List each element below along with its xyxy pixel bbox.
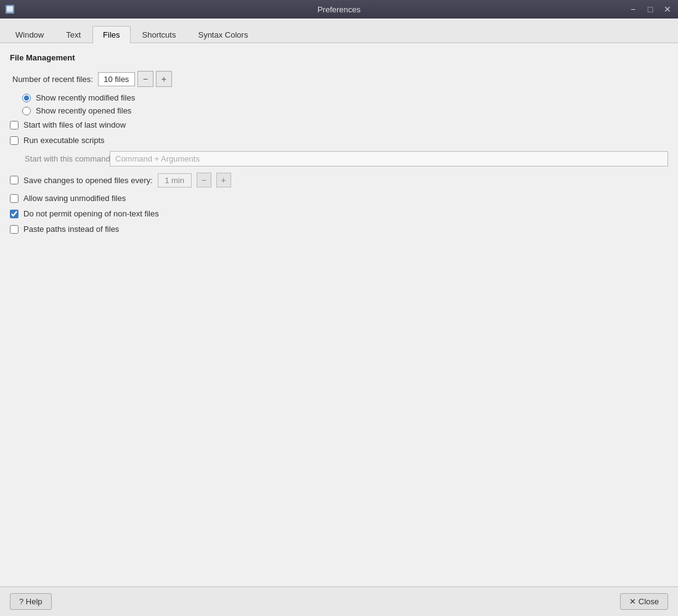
paste-paths-row: Paste paths instead of files: [10, 224, 668, 234]
no-nontext-label[interactable]: Do not permit opening of non-text files: [23, 209, 159, 218]
bottom-bar: ? Help ✕ Close: [0, 586, 678, 616]
run-executable-label[interactable]: Run executable scripts: [23, 136, 105, 145]
radio-show-modified[interactable]: [22, 94, 31, 102]
app-icon: [5, 4, 15, 14]
start-last-window-row: Start with files of last window: [10, 120, 668, 129]
no-nontext-checkbox[interactable]: [10, 210, 18, 218]
recent-files-row: Number of recent files: 10 files − +: [12, 71, 668, 87]
svg-rect-1: [7, 6, 13, 11]
no-nontext-row: Do not permit opening of non-text files: [10, 209, 668, 218]
save-changes-checkbox[interactable]: [10, 176, 18, 184]
titlebar-controls: − □ ✕: [625, 2, 676, 16]
recent-files-type-group: Show recently modified files Show recent…: [22, 93, 668, 115]
save-interval-increment[interactable]: +: [216, 173, 231, 187]
allow-saving-checkbox[interactable]: [10, 194, 18, 203]
close-button[interactable]: ✕ Close: [620, 593, 668, 610]
recent-files-value: 10 files: [98, 72, 135, 86]
content-area: File Management Number of recent files: …: [0, 43, 678, 586]
main-window: Window Text Files Shortcuts Syntax Color…: [0, 18, 678, 616]
start-last-window-checkbox[interactable]: [10, 121, 18, 129]
save-changes-row: Save changes to opened files every: 1 mi…: [10, 173, 668, 187]
maximize-button[interactable]: □: [642, 2, 658, 16]
paste-paths-checkbox[interactable]: [10, 225, 18, 234]
recent-files-spinner: 10 files − +: [98, 71, 172, 87]
help-button[interactable]: ? Help: [10, 593, 52, 610]
save-interval-value: 1 min: [158, 173, 192, 187]
titlebar: Preferences − □ ✕: [0, 0, 678, 18]
save-changes-label[interactable]: Save changes to opened files every:: [23, 176, 153, 185]
tab-shortcuts[interactable]: Shortcuts: [132, 26, 187, 43]
run-executable-checkbox[interactable]: [10, 136, 18, 145]
tab-syntax-colors[interactable]: Syntax Colors: [187, 26, 258, 43]
radio-show-modified-label[interactable]: Show recently modified files: [36, 93, 135, 102]
titlebar-title: Preferences: [317, 5, 361, 14]
radio-opened-row: Show recently opened files: [22, 106, 668, 115]
close-window-button[interactable]: ✕: [660, 2, 676, 16]
radio-show-opened-label[interactable]: Show recently opened files: [36, 106, 131, 115]
run-executable-row: Run executable scripts: [10, 136, 668, 145]
allow-saving-row: Allow saving unmodified files: [10, 194, 668, 203]
tab-bar: Window Text Files Shortcuts Syntax Color…: [0, 18, 678, 43]
tab-text[interactable]: Text: [55, 26, 91, 43]
tab-files[interactable]: Files: [92, 26, 130, 43]
start-command-label: Start with this command:: [25, 154, 105, 163]
radio-modified-row: Show recently modified files: [22, 93, 668, 102]
save-interval-spinner: 1 min − +: [158, 173, 231, 187]
allow-saving-label[interactable]: Allow saving unmodified files: [23, 194, 126, 203]
start-command-row: Start with this command:: [25, 151, 668, 166]
recent-files-decrement[interactable]: −: [137, 71, 153, 87]
tab-window[interactable]: Window: [5, 26, 54, 43]
section-title: File Management: [10, 53, 668, 62]
radio-show-opened[interactable]: [22, 107, 31, 115]
recent-files-increment[interactable]: +: [156, 71, 172, 87]
start-command-input[interactable]: [110, 151, 668, 166]
minimize-button[interactable]: −: [625, 2, 641, 16]
save-interval-decrement[interactable]: −: [197, 173, 211, 187]
start-last-window-label[interactable]: Start with files of last window: [23, 120, 126, 129]
paste-paths-label[interactable]: Paste paths instead of files: [23, 224, 119, 234]
recent-files-label: Number of recent files:: [12, 75, 93, 84]
